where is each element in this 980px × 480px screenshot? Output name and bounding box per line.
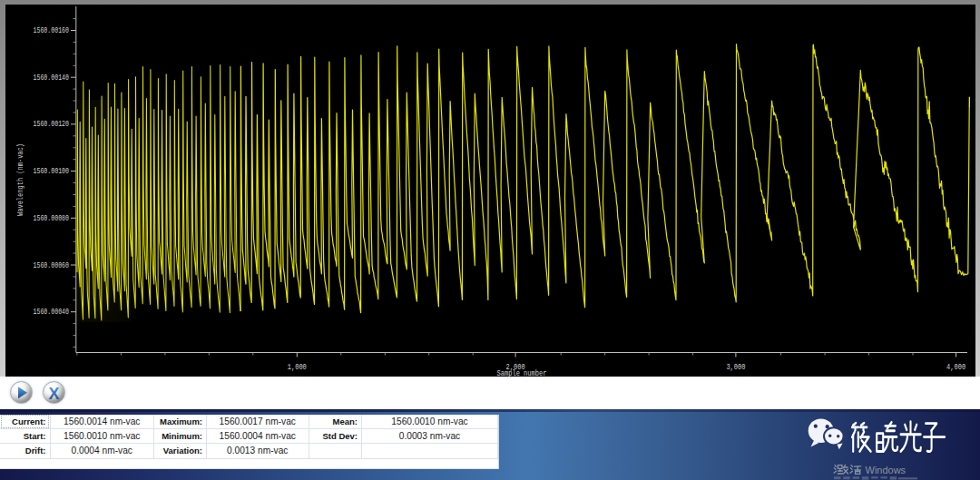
svg-text:1560.00080: 1560.00080 xyxy=(34,214,70,222)
svg-text:X: X xyxy=(48,385,59,403)
svg-text:1560.00120: 1560.00120 xyxy=(34,120,70,128)
svg-text:Wavelength (nm-vac): Wavelength (nm-vac) xyxy=(16,143,24,216)
svg-text:1560.00140: 1560.00140 xyxy=(34,73,70,82)
svg-text:1560.00060: 1560.00060 xyxy=(34,261,70,269)
svg-text:1560.00160: 1560.00160 xyxy=(34,26,70,34)
svg-text:Sample number: Sample number xyxy=(497,369,547,377)
svg-text:Windows: Windows xyxy=(866,465,906,475)
svg-text:1560.00040: 1560.00040 xyxy=(34,308,70,316)
svg-text:1,000: 1,000 xyxy=(288,363,307,371)
svg-text:1560.00100: 1560.00100 xyxy=(34,167,70,175)
svg-text:4,000: 4,000 xyxy=(946,363,965,371)
svg-text:3,000: 3,000 xyxy=(726,363,745,371)
